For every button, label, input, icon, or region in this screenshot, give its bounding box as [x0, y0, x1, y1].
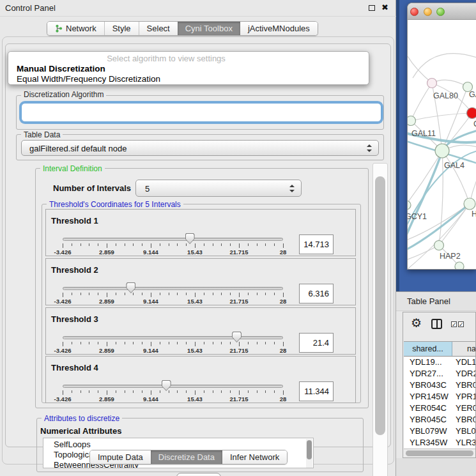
- cell-name: YDL1: [456, 357, 475, 367]
- network-icon: [55, 24, 63, 33]
- threshold-value-field[interactable]: 11.344: [299, 381, 334, 401]
- threshold-slider-ticks: [63, 243, 283, 249]
- network-node-gal11[interactable]: [408, 116, 416, 126]
- threshold-slider-thumb[interactable]: [126, 282, 135, 293]
- zoom-traffic-light-icon[interactable]: [436, 8, 445, 16]
- node-label-c: C: [473, 119, 476, 128]
- table-row-ypr145w[interactable]: YPR145WYPR1: [404, 392, 475, 403]
- table-panel-titlebar: Table Panel: [396, 291, 476, 311]
- num-intervals-label: Number of Intervals: [53, 183, 131, 193]
- table-header-shared[interactable]: shared...: [404, 342, 452, 356]
- attributes-group-title: Attributes to discretize: [42, 414, 122, 423]
- network-window-titlebar[interactable]: [408, 3, 476, 20]
- cell-name: YER0: [456, 403, 475, 413]
- discretization-algorithm-title: Discretization Algorithm: [21, 90, 106, 99]
- tab-infer-network[interactable]: Infer Network: [222, 450, 287, 464]
- cell-shared-name: YER054C: [410, 403, 447, 413]
- table-row-ydl19[interactable]: YDL19...YDL1: [404, 357, 475, 369]
- tab-label: Style: [112, 24, 131, 33]
- bottom-tab-bar: Impute DataDiscretize DataInfer Network: [89, 450, 288, 464]
- threshold-value-field[interactable]: 6.316: [299, 284, 334, 303]
- cell-name: YDR2: [456, 369, 475, 378]
- threshold-slider-thumb[interactable]: [185, 233, 195, 244]
- threshold-slider-track[interactable]: [63, 238, 283, 241]
- network-node-gcy1[interactable]: [408, 201, 411, 210]
- cell-shared-name: YBR045C: [410, 415, 447, 424]
- table-data-combo[interactable]: galFiltered.sif default node: [21, 140, 379, 156]
- attribute-item-selfloops[interactable]: SelfLoops: [43, 440, 313, 450]
- close-traffic-light-icon[interactable]: [410, 8, 418, 16]
- tab-jactivemnodules[interactable]: jActiveMNodules: [240, 22, 318, 35]
- tab-network[interactable]: Network: [47, 22, 104, 35]
- threshold-slider-thumb[interactable]: [162, 380, 171, 391]
- minimize-traffic-light-icon[interactable]: [424, 8, 432, 16]
- tab-label: Impute Data: [98, 452, 143, 462]
- algorithm-option-manual-discretization[interactable]: Manual Discretization: [17, 64, 105, 73]
- table-rows: YDL19...YDL1YDR27...YDR2YBR043CYBR0YPR14…: [404, 357, 475, 449]
- threshold-value-field[interactable]: 21.4: [299, 333, 334, 353]
- threshold-slider-ticks: [63, 390, 283, 395]
- threshold-value-field[interactable]: 14.713: [299, 234, 334, 254]
- tab-cyni-toolbox[interactable]: Cyni Toolbox: [178, 22, 240, 35]
- checkbox-icon[interactable]: ✓: [458, 321, 464, 327]
- tab-discretize-data[interactable]: Discretize Data: [151, 450, 222, 464]
- tab-select[interactable]: Select: [139, 22, 178, 35]
- cell-shared-name: YBL079W: [410, 426, 447, 436]
- table-row-ybr043c[interactable]: YBR043CYBR0: [404, 380, 475, 392]
- threshold-slider-track[interactable]: [63, 385, 283, 388]
- attributes-scrollbar[interactable]: [306, 439, 312, 468]
- threshold-slider-track[interactable]: [63, 287, 283, 290]
- tab-label: Select: [147, 24, 170, 33]
- algorithm-option-equal-width-frequency-discretization[interactable]: Equal Width/Frequency Discretization: [17, 74, 160, 84]
- tab-impute-data[interactable]: Impute Data: [90, 450, 151, 464]
- cell-shared-name: YPR145W: [410, 392, 449, 401]
- threshold-tick-labels: -3.4262.8599.14415.4321.71528: [63, 347, 283, 354]
- combo-spinner-icon: [367, 144, 372, 152]
- num-intervals-combo[interactable]: 5: [135, 180, 302, 197]
- tab-label: Discretize Data: [158, 452, 215, 462]
- close-icon[interactable]: ✖: [381, 3, 388, 12]
- float-window-icon[interactable]: [369, 5, 375, 11]
- node-label-gal11: GAL11: [411, 129, 436, 138]
- settings-scrollbar[interactable]: [372, 163, 388, 476]
- table-row-ybl079w[interactable]: YBL079WYBL0: [404, 426, 475, 438]
- numerical-attributes-label: Numerical Attributes: [40, 426, 121, 436]
- tab-label: jActiveMNodules: [248, 24, 310, 33]
- node-label-ga: GA: [469, 90, 476, 99]
- threshold-slider-track[interactable]: [63, 336, 283, 339]
- threshold-slider-thumb[interactable]: [232, 332, 242, 342]
- table-hscrollbar-thumb[interactable]: [406, 450, 473, 456]
- network-node-hap2[interactable]: [434, 241, 444, 250]
- split-view-icon[interactable]: [431, 319, 442, 329]
- network-node-h[interactable]: [464, 198, 475, 210]
- network-node[interactable]: [455, 262, 464, 269]
- table-row-yer054c[interactable]: YER054CYER0: [404, 403, 475, 415]
- checkbox-icon[interactable]: ✓: [451, 321, 457, 327]
- control-panel-titlebar: Control Panel ✖: [0, 0, 396, 17]
- table-hscrollbar[interactable]: [404, 449, 475, 457]
- table-header-name[interactable]: na: [453, 342, 475, 356]
- table-row-ylr345w[interactable]: YLR345WYLR3: [404, 438, 475, 449]
- cell-shared-name: YLR345W: [410, 438, 447, 447]
- table-row-ybr045c[interactable]: YBR045CYBR0: [404, 415, 475, 426]
- algorithm-dropdown-popup: Select algorithm to view settings Manual…: [8, 51, 369, 85]
- network-canvas[interactable]: GAL80GACGAL11GAL4GCY1HHAP2: [408, 19, 476, 269]
- table-toolbar: ⚙ ✓ ✓: [403, 312, 475, 341]
- apply-button[interactable]: Apply: [176, 473, 221, 476]
- network-node-c[interactable]: [467, 108, 476, 119]
- cell-shared-name: YDL19...: [410, 357, 442, 367]
- gear-icon[interactable]: ⚙: [411, 316, 422, 330]
- num-intervals-value: 5: [145, 183, 150, 193]
- network-node-gal4[interactable]: [435, 144, 449, 158]
- cell-name: YBR0: [456, 380, 475, 390]
- tab-style[interactable]: Style: [104, 22, 139, 35]
- control-panel-window: Control Panel ✖ NetworkStyleSelectCyni T…: [0, 0, 396, 476]
- algorithm-combo[interactable]: [21, 103, 381, 122]
- table-panel: ⚙ ✓ ✓ shared... na YDL19...YDL1YDR27...Y…: [403, 312, 476, 458]
- threshold-box: Threshold 2 -3.4262.8599.14415.4321.7152…: [45, 258, 356, 305]
- table-row-ydr27[interactable]: YDR27...YDR2: [404, 369, 475, 380]
- right-bottom-background: [396, 458, 476, 476]
- node-label-gal4: GAL4: [444, 161, 464, 170]
- network-node-gal80[interactable]: [427, 79, 437, 88]
- settings-scrollbar-thumb[interactable]: [375, 176, 385, 435]
